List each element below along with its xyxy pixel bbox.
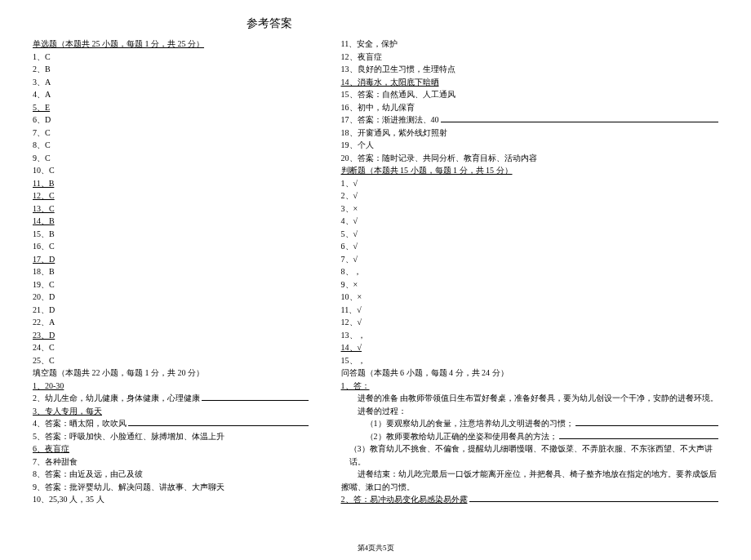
underline-rule [469,501,719,502]
mc-item: 22、A [33,316,309,329]
mc-item: 2、B [33,63,309,76]
mc-item: 10、C [33,164,309,177]
judge-item: 12、√ [341,316,719,329]
judge-list: 1、√2、√3、×4、√5、√6、√7、√8、，9、×10、×11、√12、√1… [341,177,719,367]
fill-text: 4、答案：晒太阳，吹吹风 [33,417,127,430]
judge-item: 7、√ [341,253,719,266]
mc-section-header: 单选题（本题共 25 小题，每题 1 分，共 25 分） [33,38,309,51]
mc-item: 21、D [33,304,309,317]
fill-item: 1、20-30 [33,380,309,393]
fill-text: 2、幼儿生命，幼儿健康，身体健康，心理健康 [33,392,200,405]
fill-item: 12、夜盲症 [341,51,719,64]
qa-line: 擦嘴、漱口的习惯。 [341,481,719,494]
mc-item: 14、B [33,215,309,228]
mc-item: 19、C [33,278,309,291]
judge-item: 10、× [341,291,719,304]
fill-item: 10、25,30 人，35 人 [33,493,309,506]
underline-rule [575,425,719,426]
fill-item: 15、答案：自然通风、人工通风 [341,88,719,101]
judge-item: 8、， [341,265,719,278]
underline-rule [128,425,309,426]
mc-item: 17、D [33,253,309,266]
mc-item: 1、C [33,51,309,64]
judge-item: 13、， [341,329,719,342]
mc-item: 6、D [33,113,309,127]
fill-item: 14、消毒水，太阳底下暗晒 [341,76,719,89]
qa-line: 2、答：易冲动易变化易感染易外露 [341,493,719,506]
fill-item: 17、答案：渐进推测法、40 [341,113,719,127]
fill-item: 4、答案：晒太阳，吹吹风 [33,417,309,430]
judge-section-header: 判断题（本题共 15 小题，每题 1 分，共 15 分） [341,164,719,177]
qa-line: 话。 [341,456,719,469]
mc-item: 16、C [33,240,309,253]
mc-item: 11、B [33,177,309,190]
mc-item: 15、B [33,228,309,241]
mc-item: 25、C [33,354,309,367]
mc-item: 18、B [33,265,309,278]
mc-item: 9、C [33,152,309,165]
judge-item: 2、√ [341,189,719,202]
mc-item: 24、C [33,341,309,354]
qa-line: 进餐的准备 由教师带领值日生布置好餐桌，准备好餐具，要为幼儿创设一个干净，安静的… [341,392,719,405]
fill-item: 11、安全，保护 [341,38,719,51]
fill-item: 7、各种甜食 [33,456,309,469]
mc-item: 4、A [33,88,309,101]
mc-item: 7、C [33,127,309,140]
fill-item: 16、初中，幼儿保育 [341,101,719,114]
fill-item: 5、答案：呼吸加快、小脸通红、脉搏增加、体温上升 [33,430,309,443]
qa-line: （1）要观察幼儿的食量，注意培养幼儿文明进餐的习惯； [341,417,719,430]
qa-text: （1）要观察幼儿的食量，注意培养幼儿文明进餐的习惯； [341,417,574,430]
fill-item: 13、良好的卫生习惯，生理特点 [341,63,719,76]
mc-list: 1、C2、B3、A4、A5、E6、D7、C8、C9、C10、C11、B12、C1… [33,51,309,367]
fill-item: 6、夜盲症 [33,442,309,456]
underline-rule [202,400,309,401]
qa-line: 进餐结束：幼儿吃完最后一口饭才能离开座位，并把餐具、椅子整齐地放在指定的地方。要… [341,468,719,481]
right-column: 11、安全，保护12、夜盲症13、良好的卫生习惯，生理特点14、消毒水，太阳底下… [341,38,719,506]
mc-item: 8、C [33,139,309,152]
underline-rule [441,122,719,122]
mc-item: 23、D [33,329,309,342]
content-columns: 单选题（本题共 25 小题，每题 1 分，共 25 分） 1、C2、B3、A4、… [33,38,718,506]
judge-item: 15、， [341,354,719,367]
qa-section-header: 问答题（本题共 6 小题，每题 4 分，共 24 分） [341,367,719,380]
judge-item: 6、√ [341,240,719,253]
mc-item: 20、D [33,291,309,304]
left-column: 单选题（本题共 25 小题，每题 1 分，共 25 分） 1、C2、B3、A4、… [33,38,309,506]
page-footer: 第4页共5页 [0,543,751,553]
fill-list-right: 11、安全，保护12、夜盲症13、良好的卫生习惯，生理特点14、消毒水，太阳底下… [341,38,719,164]
judge-item: 1、√ [341,177,719,190]
mc-item: 3、A [33,76,309,89]
fill-section-header: 填空题（本题共 22 小题，每题 1 分，共 20 分） [33,367,309,380]
qa-line: （2）教师要教给幼儿正确的坐姿和使用餐具的方法； [341,430,719,443]
fill-item: 8、答案：由近及远，由己及彼 [33,468,309,481]
qa-text: 2、答：易冲动易变化易感染易外露 [341,493,468,506]
page-title: 参考答案 [0,16,718,31]
fill-item: 19、个人 [341,139,719,152]
mc-item: 12、C [33,189,309,202]
qa-text: （2）教师要教给幼儿正确的坐姿和使用餐具的方法； [341,430,558,443]
qa-line: 1、答： [341,380,719,393]
judge-item: 9、× [341,278,719,291]
fill-item: 20、答案：随时记录、共同分析、教育目标、活动内容 [341,152,719,165]
mc-item: 5、E [33,101,309,114]
judge-item: 11、√ [341,304,719,317]
judge-item: 5、√ [341,228,719,241]
judge-item: 3、× [341,202,719,216]
qa-line: （3）教育幼儿不挑食、不偏食，提醒幼儿细嚼慢咽、不撒饭菜、不弄脏衣服、不东张西望… [341,442,719,456]
fill-text: 17、答案：渐进推测法、40 [341,113,439,127]
judge-item: 4、√ [341,215,719,228]
underline-rule [559,438,719,439]
qa-list: 1、答： 进餐的准备 由教师带领值日生布置好餐桌，准备好餐具，要为幼儿创设一个干… [341,380,719,506]
fill-item: 2、幼儿生命，幼儿健康，身体健康，心理健康 [33,392,309,405]
fill-item: 18、开窗通风，紫外线灯照射 [341,127,719,140]
fill-list-left: 1、20-302、幼儿生命，幼儿健康，身体健康，心理健康3、专人专用，每天4、答… [33,380,309,506]
fill-item: 3、专人专用，每天 [33,405,309,418]
qa-line: 进餐的过程： [341,405,719,418]
mc-item: 13、C [33,202,309,216]
fill-item: 9、答案：批评婴幼儿、解决问题、讲故事、大声聊天 [33,481,309,494]
judge-item: 14、√ [341,341,719,354]
